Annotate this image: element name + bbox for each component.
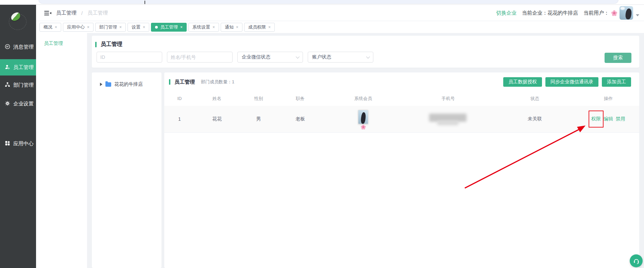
- gear-icon: [4, 100, 11, 107]
- secondary-nav-panel: 员工管理: [36, 33, 87, 268]
- cell-name: 花花: [195, 106, 239, 132]
- add-employee-button[interactable]: 添加员工: [602, 77, 631, 87]
- close-icon[interactable]: ×: [55, 25, 57, 29]
- close-icon[interactable]: ×: [143, 25, 145, 29]
- close-icon[interactable]: ×: [87, 25, 89, 29]
- collapse-sidebar-icon[interactable]: [44, 10, 51, 16]
- switch-company-link[interactable]: 切换企业: [496, 10, 516, 16]
- name-phone-input[interactable]: [167, 52, 233, 63]
- current-company-label: 当前企业：花花的牛排店: [522, 10, 578, 16]
- close-icon[interactable]: ×: [119, 25, 122, 29]
- filter-card: 员工管理 企业微信状态 账户状态 搜索: [92, 36, 639, 68]
- id-input[interactable]: [97, 52, 162, 63]
- column-header-id: ID: [164, 91, 195, 106]
- tree-node-label: 花花的牛排店: [114, 81, 143, 87]
- tab-system-settings[interactable]: 系统设置×: [188, 23, 219, 32]
- table-header-row: ID 姓名 性别 职务 系统会员 手机号 状态 操作: [164, 91, 639, 106]
- breadcrumb-item-current-page: 员工管理: [87, 10, 108, 16]
- sidebar-item-messages[interactable]: 消息管理: [0, 39, 36, 54]
- tree-node-root[interactable]: 花花的牛排店: [100, 81, 143, 87]
- text-cursor: [145, 1, 145, 4]
- user-gear-icon: [4, 64, 11, 71]
- title-accent-bar: [169, 79, 170, 85]
- user-avatar[interactable]: [620, 6, 633, 20]
- flower-badge-icon: [362, 126, 364, 128]
- filter-card-title: 员工管理: [101, 41, 122, 48]
- current-user-label: 当前用户：: [583, 10, 609, 16]
- account-status-select[interactable]: 账户状态: [308, 52, 373, 63]
- chevron-down-icon: [366, 55, 370, 58]
- cell-id: 1: [164, 106, 195, 132]
- chevron-down-icon: [296, 55, 300, 58]
- breadcrumb-separator: /: [81, 10, 83, 16]
- tab-notifications[interactable]: 通知×: [221, 23, 242, 32]
- caret-right-icon[interactable]: [100, 83, 102, 86]
- cell-phone: [404, 106, 492, 132]
- sync-wechat-contacts-button[interactable]: 同步企业微信通讯录: [545, 77, 598, 87]
- dropdown-caret-icon[interactable]: [636, 14, 639, 16]
- tab-employees-active[interactable]: 员工管理×: [151, 23, 187, 32]
- folder-icon: [105, 82, 111, 87]
- table-row: 1 花花 男 老板 未关联 权限 编辑 禁用: [164, 106, 639, 133]
- member-avatar: [358, 110, 368, 124]
- org-chart-icon: [4, 82, 11, 89]
- tab-overview[interactable]: 概况×: [39, 23, 61, 32]
- annotation-red-box: [589, 111, 604, 128]
- employee-data-auth-button[interactable]: 员工数据授权: [503, 77, 542, 87]
- phone-blurred: [428, 112, 469, 127]
- customer-service-button[interactable]: [630, 254, 643, 267]
- subnav-item-employees[interactable]: 员工管理: [44, 40, 63, 47]
- search-button[interactable]: 搜索: [605, 53, 631, 63]
- app-grid-icon: [4, 140, 11, 147]
- tab-app-center[interactable]: 应用中心×: [63, 23, 94, 32]
- close-icon[interactable]: ×: [236, 25, 238, 29]
- column-header-status: 状态: [492, 91, 577, 106]
- message-icon: [4, 44, 11, 51]
- current-user-cluster: 当前用户：: [583, 6, 639, 20]
- column-header-member: 系统会员: [322, 91, 404, 106]
- app-root: 消息管理 员工管理 部门管理 企业设置 应用中心: [0, 0, 644, 268]
- wechat-status-select[interactable]: 企业微信状态: [237, 52, 303, 63]
- sidebar-item-app-center[interactable]: 应用中心: [0, 136, 36, 151]
- sidebar: 消息管理 员工管理 部门管理 企业设置 应用中心: [0, 5, 36, 268]
- title-accent-bar: [95, 42, 97, 47]
- cell-gender: 男: [239, 106, 278, 132]
- app-logo: [8, 12, 28, 31]
- customer-service-icon: [633, 257, 640, 265]
- top-header: 员工管理 / 员工管理 切换企业 当前企业：花花的牛排店 当前用户：: [36, 5, 644, 21]
- sidebar-item-label: 部门管理: [13, 82, 34, 88]
- sidebar-item-employees[interactable]: 员工管理: [0, 59, 36, 76]
- sidebar-item-company-settings[interactable]: 企业设置: [0, 96, 36, 111]
- table-title: 员工管理: [174, 79, 195, 85]
- cell-job: 老板: [278, 106, 322, 132]
- sidebar-item-label: 企业设置: [13, 101, 34, 107]
- permissions-link[interactable]: 权限: [591, 116, 601, 122]
- cell-status: 未关联: [492, 106, 577, 132]
- department-tree-card: 花花的牛排店: [92, 72, 162, 268]
- close-icon[interactable]: ×: [268, 25, 271, 29]
- column-header-gender: 性别: [239, 91, 278, 106]
- close-icon[interactable]: ×: [213, 25, 215, 29]
- employees-table-card: 员工管理 部门成员数量：1 员工数据授权 同步企业微信通讯录 添加员工 ID 姓…: [164, 72, 639, 268]
- member-count-label: 部门成员数量：1: [201, 79, 234, 85]
- sidebar-item-label: 员工管理: [13, 64, 34, 71]
- breadcrumb-item-current-section[interactable]: 员工管理: [56, 10, 77, 16]
- tab-departments[interactable]: 部门管理×: [95, 23, 126, 32]
- close-icon[interactable]: ×: [180, 25, 183, 29]
- disable-link[interactable]: 禁用: [616, 116, 625, 122]
- wechat-status-select-value: 企业微信状态: [242, 54, 270, 60]
- tab-member-permissions[interactable]: 成员权限×: [244, 23, 275, 32]
- open-tabs-bar: 概况× 应用中心× 部门管理× 设置× 员工管理× 系统设置× 通知× 成员权限…: [36, 21, 644, 33]
- sidebar-item-departments[interactable]: 部门管理: [0, 78, 36, 93]
- edit-link[interactable]: 编辑: [604, 116, 613, 122]
- flower-badge-icon: [613, 12, 615, 14]
- header-actions: 切换企业 当前企业：花花的牛排店 当前用户：: [496, 5, 639, 21]
- sidebar-item-label: 消息管理: [13, 44, 34, 50]
- column-header-phone: 手机号: [404, 91, 492, 106]
- cell-actions: 权限 编辑 禁用: [577, 106, 639, 132]
- account-status-select-value: 账户状态: [312, 54, 331, 60]
- breadcrumb: 员工管理 / 员工管理: [44, 5, 108, 21]
- tab-settings[interactable]: 设置×: [128, 23, 149, 32]
- column-header-actions: 操作: [577, 91, 639, 106]
- column-header-job: 职务: [278, 91, 322, 106]
